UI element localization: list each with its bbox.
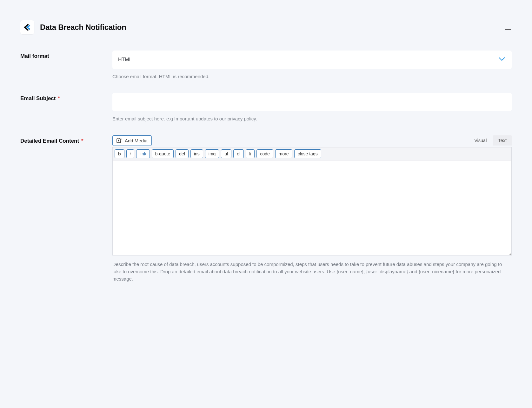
chevron-down-icon bbox=[498, 57, 505, 63]
mail-format-help: Choose email format. HTML is recommended… bbox=[112, 73, 512, 80]
svg-point-4 bbox=[120, 141, 121, 143]
data-breach-panel: Data Breach Notification Mail format HTM… bbox=[8, 8, 524, 308]
email-content-row: Detailed Email Content * bbox=[20, 135, 512, 283]
email-subject-row: Email Subject * Enter email subject here… bbox=[20, 93, 512, 122]
qt-del-button[interactable]: del bbox=[176, 149, 189, 158]
email-subject-label: Email Subject bbox=[20, 95, 56, 101]
mail-format-select[interactable]: HTML bbox=[112, 51, 512, 69]
svg-point-3 bbox=[118, 140, 119, 141]
email-content-label-wrap: Detailed Email Content * bbox=[20, 135, 112, 144]
email-subject-input[interactable] bbox=[112, 93, 512, 111]
minus-icon bbox=[505, 29, 511, 30]
email-content-help: Describe the root cause of data breach, … bbox=[112, 261, 512, 283]
qt-ol-button[interactable]: ol bbox=[233, 149, 244, 158]
mail-format-control: HTML Choose email format. HTML is recomm… bbox=[112, 51, 512, 80]
email-content-textarea[interactable] bbox=[112, 160, 512, 255]
qt-link-button[interactable]: link bbox=[136, 149, 150, 158]
qt-code-button[interactable]: code bbox=[256, 149, 273, 158]
mail-format-value: HTML bbox=[118, 57, 132, 63]
editor-wrap: b i link b-quote del ins img ul ol li co… bbox=[112, 147, 512, 257]
qt-bquote-button[interactable]: b-quote bbox=[152, 149, 174, 158]
required-marker: * bbox=[81, 138, 83, 144]
panel-header: Data Breach Notification bbox=[20, 20, 512, 41]
qt-ins-button[interactable]: ins bbox=[190, 149, 203, 158]
camera-music-icon bbox=[116, 138, 122, 143]
svg-rect-2 bbox=[118, 138, 119, 139]
email-content-control: Add Media Visual Text b i link b-quote d… bbox=[112, 135, 512, 283]
panel-header-left: Data Breach Notification bbox=[20, 20, 126, 34]
qt-italic-button[interactable]: i bbox=[126, 149, 134, 158]
tab-text[interactable]: Text bbox=[493, 135, 512, 146]
editor-tabs: Visual Text bbox=[469, 135, 512, 146]
add-media-label: Add Media bbox=[125, 138, 148, 143]
svg-rect-0 bbox=[505, 29, 511, 30]
email-content-label: Detailed Email Content bbox=[20, 138, 79, 144]
tab-visual[interactable]: Visual bbox=[469, 135, 492, 146]
email-subject-label-wrap: Email Subject * bbox=[20, 93, 112, 102]
required-marker: * bbox=[58, 95, 60, 101]
qt-close-tags-button[interactable]: close tags bbox=[294, 149, 321, 158]
editor-toolbar-top: Add Media Visual Text bbox=[112, 135, 512, 146]
panel-title: Data Breach Notification bbox=[40, 23, 126, 32]
email-subject-control: Enter email subject here. e.g Important … bbox=[112, 93, 512, 122]
qt-img-button[interactable]: img bbox=[205, 149, 219, 158]
email-subject-help: Enter email subject here. e.g Important … bbox=[112, 115, 512, 122]
qt-bold-button[interactable]: b bbox=[115, 149, 124, 158]
app-logo-icon bbox=[23, 23, 31, 31]
logo-box bbox=[20, 20, 34, 34]
mail-format-row: Mail format HTML Choose email format. HT… bbox=[20, 51, 512, 80]
quicktags-toolbar: b i link b-quote del ins img ul ol li co… bbox=[112, 147, 512, 160]
collapse-toggle[interactable] bbox=[505, 22, 512, 32]
add-media-button[interactable]: Add Media bbox=[112, 135, 152, 146]
qt-li-button[interactable]: li bbox=[246, 149, 255, 158]
qt-more-button[interactable]: more bbox=[275, 149, 292, 158]
mail-format-label: Mail format bbox=[20, 51, 112, 59]
qt-ul-button[interactable]: ul bbox=[221, 149, 231, 158]
